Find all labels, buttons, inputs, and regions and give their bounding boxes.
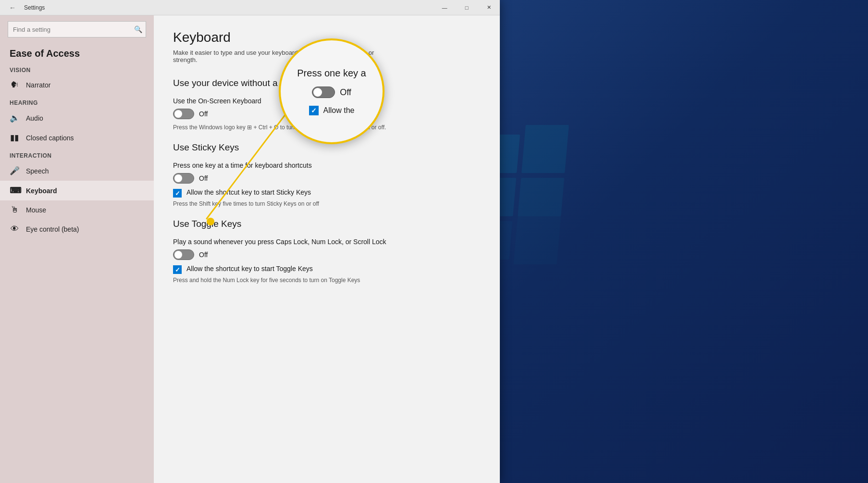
- toggle-keys-label: Play a sound whenever you press Caps Loc…: [173, 238, 481, 246]
- closed-captions-label: Closed captions: [26, 134, 74, 142]
- search-container: 🔍: [8, 21, 146, 37]
- hearing-category: Hearing: [0, 95, 154, 108]
- sidebar-item-speech[interactable]: 🎤 Speech: [0, 161, 154, 181]
- search-icon: 🔍: [134, 25, 142, 33]
- magnifier-toggle[interactable]: [312, 87, 335, 98]
- magnifier-allow-label: Allow the: [323, 106, 355, 115]
- sticky-checkbox-label: Allow the shortcut key to start Sticky K…: [186, 188, 311, 196]
- mouse-label: Mouse: [26, 206, 46, 214]
- sidebar-item-audio[interactable]: 🔈 Audio: [0, 108, 154, 128]
- magnifier-toggle-row: Off: [312, 87, 351, 98]
- narrator-icon: 🗣: [10, 80, 19, 90]
- mouse-icon: 🖱: [10, 205, 19, 215]
- magnifier-checkbox[interactable]: [309, 106, 319, 115]
- svg-rect-3: [518, 178, 564, 216]
- sticky-toggle-label: Off: [199, 174, 208, 182]
- on-screen-toggle[interactable]: [173, 109, 194, 119]
- close-button[interactable]: ✕: [478, 0, 500, 15]
- sticky-toggle[interactable]: [173, 173, 194, 184]
- magnifier-circle: Press one key a Off Allow the: [279, 38, 384, 144]
- back-button[interactable]: ←: [6, 1, 19, 14]
- magnifier-title: Press one key a: [297, 67, 366, 79]
- magnifier-checkbox-row: Allow the: [309, 106, 355, 115]
- window-title: Settings: [24, 4, 45, 11]
- magnifier-overlay: Press one key a Off Allow the: [279, 38, 433, 144]
- title-bar: ← Settings — □ ✕: [0, 0, 500, 15]
- arrow-dot: [207, 218, 214, 225]
- svg-rect-5: [513, 216, 561, 264]
- toggle-keys-description: Press and hold the Num Lock key for five…: [173, 277, 481, 284]
- eye-control-label: Eye control (beta): [26, 225, 79, 233]
- sidebar-section-title: Ease of Access: [0, 43, 154, 62]
- speech-icon: 🎤: [10, 166, 19, 176]
- magnifier-off-label: Off: [340, 87, 351, 98]
- maximize-button[interactable]: □: [456, 0, 478, 15]
- on-screen-toggle-label: Off: [199, 110, 208, 118]
- title-bar-left: ← Settings: [6, 1, 45, 14]
- sidebar-item-keyboard[interactable]: ⌨ Keyboard: [0, 181, 154, 200]
- toggle-keys-toggle-row: Off: [173, 249, 481, 260]
- sticky-checkbox-row: Allow the shortcut key to start Sticky K…: [173, 188, 481, 198]
- sticky-label: Press one key at a time for keyboard sho…: [173, 161, 481, 169]
- svg-rect-1: [521, 125, 569, 173]
- toggle-keys-checkbox[interactable]: [173, 265, 182, 274]
- keyboard-icon: ⌨: [10, 186, 19, 196]
- minimize-button[interactable]: —: [434, 0, 456, 15]
- sidebar-item-mouse[interactable]: 🖱 Mouse: [0, 200, 154, 220]
- narrator-label: Narrator: [26, 81, 50, 89]
- sidebar: 🔍 Ease of Access Vision 🗣 Narrator Heari…: [0, 15, 154, 483]
- title-bar-controls: — □ ✕: [434, 0, 500, 15]
- keyboard-label: Keyboard: [26, 187, 57, 195]
- section3-header: Use Toggle Keys: [173, 219, 481, 229]
- speech-label: Speech: [26, 167, 49, 175]
- sidebar-item-narrator[interactable]: 🗣 Narrator: [0, 75, 154, 95]
- eye-control-icon: 👁: [10, 224, 19, 234]
- search-input[interactable]: [8, 21, 146, 37]
- vision-category: Vision: [0, 62, 154, 75]
- toggle-keys-checkbox-row: Allow the shortcut key to start Toggle K…: [173, 265, 481, 274]
- sidebar-item-eye-control[interactable]: 👁 Eye control (beta): [0, 220, 154, 239]
- sticky-toggle-row: Off: [173, 173, 481, 184]
- sidebar-item-closed-captions[interactable]: ▮▮ Closed captions: [0, 128, 154, 148]
- audio-label: Audio: [26, 114, 43, 122]
- toggle-keys-toggle-label: Off: [199, 251, 208, 259]
- audio-icon: 🔈: [10, 113, 19, 123]
- sticky-description: Press the Shift key five times to turn S…: [173, 200, 481, 207]
- sticky-checkbox[interactable]: [173, 189, 182, 198]
- toggle-keys-checkbox-label: Allow the shortcut key to start Toggle K…: [186, 265, 313, 272]
- closed-captions-icon: ▮▮: [10, 133, 19, 143]
- interaction-category: Interaction: [0, 148, 154, 161]
- toggle-keys-toggle[interactable]: [173, 249, 194, 260]
